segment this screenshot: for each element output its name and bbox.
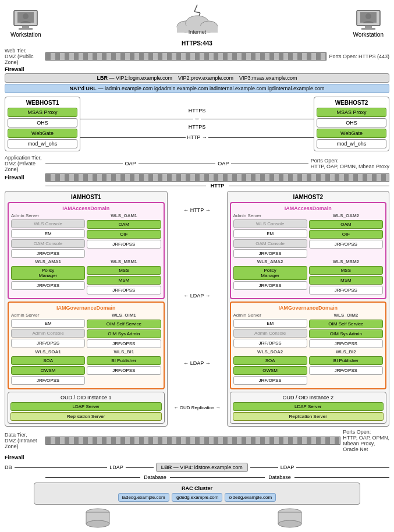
iamhost2-msm2-label: WLS_MSM2 [309, 259, 383, 264]
svg-point-20 [86, 520, 109, 527]
iamhost1-bi1-label: WLS_BI1 [87, 349, 161, 354]
iamhost2-admin-server-label: Admin Server [233, 213, 307, 218]
iamhost2-mss: MSS [309, 266, 383, 275]
https-label: HTTPS:443 [5, 40, 389, 47]
svg-rect-15 [365, 26, 372, 28]
webhost1-mod: mod_wl_ohs [8, 139, 77, 148]
http-arrow: ← HTTP → [183, 207, 210, 213]
iamhost1-msm1-col: WLS_MSM1 MSS MSM JRF/OPSS [87, 259, 161, 295]
iamhost1-admin-col: Admin Server WLS Console EM OAM Console … [11, 213, 85, 258]
iamhost2-oam2-jrf: JRF/OPSS [309, 240, 383, 249]
iamhost1-oif: OIF [87, 230, 161, 239]
iamhost2-oim-self-service: OIM Self Service [309, 320, 383, 328]
http-middle-label: HTTP [206, 183, 229, 189]
iamhost2-em: EM [233, 229, 307, 238]
iamhost1-msm1-jrf: JRF/OPSS [87, 286, 161, 295]
rac-node-2: oidedg.example.com [225, 493, 276, 502]
iamhost1-access-domain: IAMAccessDomain Admin Server WLS Console… [8, 202, 165, 299]
iamhost2-msm2-jrf: JRF/OPSS [309, 286, 383, 295]
iamhost1-ldap-server: LDAP Server [10, 402, 162, 411]
oap-right: OAP [215, 161, 231, 166]
webhost2-webgate: WebGate [317, 129, 386, 138]
iamhost1-msm1-label: WLS_MSM1 [87, 259, 161, 264]
iamhost2-oim-sys-admin: OIM Sys Admin [309, 329, 383, 338]
lbr-data-tier: LBR — VIP4: idstore.example.com [156, 463, 248, 472]
workstation-right-label: Workstation [353, 31, 384, 38]
firewall-data-row: Firewall [5, 455, 389, 460]
iamhost2-title: IAMHOST2 [230, 194, 387, 200]
db-lbr-row: DB LDAP LBR — VIP4: idstore.example.com … [5, 463, 389, 472]
iamhost2-gov-em: EM [233, 319, 307, 328]
iamhost1-bi1-jrf: JRF/OPSS [87, 366, 161, 375]
databases-section: IAD Database OPSS, OAM, OIF, OAAM, MDS, … [5, 508, 389, 532]
nat-bar: NAT'd URL — iadmin.example.com igdadmin.… [5, 84, 389, 93]
iamhost2-bi2-col: WLS_BI2 BI Publisher JRF/OPSS [309, 349, 383, 385]
database-connector-row: Database Database [5, 474, 389, 480]
iamhost2-wls-console: WLS Console [233, 219, 307, 228]
iamhost2-wls-oam2-label: WLS_OAM2 [309, 213, 383, 218]
iamhost1-em: EM [11, 229, 85, 238]
iad-db-icon [83, 508, 112, 529]
iamhost1-gov-domain: IAMGovernanceDomain Admin Server EM Admi… [8, 302, 165, 389]
iamhost1-gov-admin-label: Admin Server [11, 313, 85, 318]
iamhost2-bi2-label: WLS_BI2 [309, 349, 383, 354]
iamhost1-mss: MSS [87, 266, 161, 275]
iamhost1-replication-server: Replication Server [10, 412, 162, 421]
igd-db-icon [275, 508, 304, 529]
lbr-label: LBR [97, 75, 108, 81]
svg-point-4 [23, 13, 29, 19]
app-tier-zone: Application Tier,DMZ (Private Zone) OAP … [5, 155, 389, 172]
web-tier-ports: Ports Open: HTTPS (443) [329, 54, 389, 59]
architecture-diagram: Workstation Internet [0, 0, 394, 532]
iamhost2-oim2-jrf: JRF/OPSS [309, 339, 383, 348]
data-tier-label: Data Tier,DMZ (Intranet Zone) [5, 432, 45, 449]
webhost2-box: WEBHOST2 MSAS Proxy OHS WebGate mod_wl_o… [314, 97, 389, 151]
lbr-vip2: VIP2:prov.example.com [178, 75, 233, 81]
svg-line-5 [194, 5, 197, 12]
firewall-data-bar [45, 437, 340, 445]
iamhost2-soa2-col: WLS_SOA2 SOA OWSM JRF/OPSS [233, 349, 307, 385]
webhost1-box: WEBHOST1 MSAS Proxy OHS WebGate mod_wl_o… [5, 97, 80, 151]
iamhost2-gov-domain: IAMGovernanceDomain Admin Server EM Admi… [230, 302, 387, 389]
iamhost2-ldap-server: LDAP Server [233, 402, 384, 411]
iamhost1-gov-admin-col: Admin Server EM Admin Console JRF/OPSS [11, 313, 85, 348]
iamhost2-access-admin-jrf: JRF/OPSS [233, 249, 307, 258]
iamhost2-msm2-col: WLS_MSM2 MSS MSM JRF/OPSS [309, 259, 383, 295]
iamhost2-oam-console: OAM Console [233, 239, 307, 248]
firewall-web-row: Firewall [5, 66, 389, 72]
workstation-right: Workstation [353, 9, 384, 38]
firewall-label: Firewall [5, 66, 45, 72]
firewall-web-bar [45, 52, 326, 61]
svg-point-17 [365, 13, 371, 19]
rac-node-1: igdedg.example.com [172, 493, 223, 502]
workstation-left-label: Workstation [10, 31, 41, 38]
iamhost2-gov-title: IAMGovernanceDomain [233, 305, 384, 311]
rac-node-0: iadedg.example.com [118, 493, 169, 502]
iamhost1-access-admin-jrf: JRF/OPSS [11, 249, 85, 258]
webhost2-msas-proxy: MSAS Proxy [317, 108, 386, 117]
iamhost2-bi-publisher: BI Publisher [309, 356, 383, 365]
iamhost2-ama2-label: WLS_AMA2 [233, 259, 307, 264]
iamhost2-owsm: OWSM [233, 366, 307, 375]
https-connector2-label: HTTPS [189, 124, 206, 130]
iamhost1-msm: MSM [87, 276, 161, 285]
iamhost2-oud: OUD / OID Instance 2 LDAP Server Replica… [230, 392, 387, 424]
workstation-left: Workstation [10, 9, 41, 38]
iamhost1-gov-row1: Admin Server EM Admin Console JRF/OPSS W… [11, 313, 161, 348]
iamhost2: IAMHOST2 IAMAccessDomain Admin Server WL… [227, 191, 390, 427]
nat-label: NAT'd URL [69, 86, 96, 91]
app-tier-ports: Ports Open:HTTP, OAP, OPMN, Mbean Proxy [311, 158, 389, 169]
https-connector-label: HTTPS [189, 108, 206, 114]
rac-cluster: RAC Cluster iadedg.example.com igdedg.ex… [34, 483, 361, 505]
iamhost2-access-row1: Admin Server WLS Console EM OAM Console … [233, 213, 384, 258]
ldap-left-label: LDAP [107, 464, 126, 470]
svg-text:Internet: Internet [188, 29, 206, 35]
iamhost2-gov-admin-jrf: JRF/OPSS [233, 339, 307, 347]
iamhost1: IAMHOST1 IAMAccessDomain Admin Server WL… [5, 191, 168, 427]
monitor-icon-left [13, 9, 38, 31]
iamhost1-oim-sys-admin: OIM Sys Admin [87, 329, 161, 338]
iamhost2-gov-admin-label: Admin Server [233, 313, 307, 318]
iamhost1-gov-title: IAMGovernanceDomain [11, 305, 161, 311]
lbr-bar: LBR — VIP1:login.example.com VIP2:prov.e… [5, 73, 389, 83]
data-tier-zone: Data Tier,DMZ (Intranet Zone) Ports Open… [5, 429, 389, 452]
